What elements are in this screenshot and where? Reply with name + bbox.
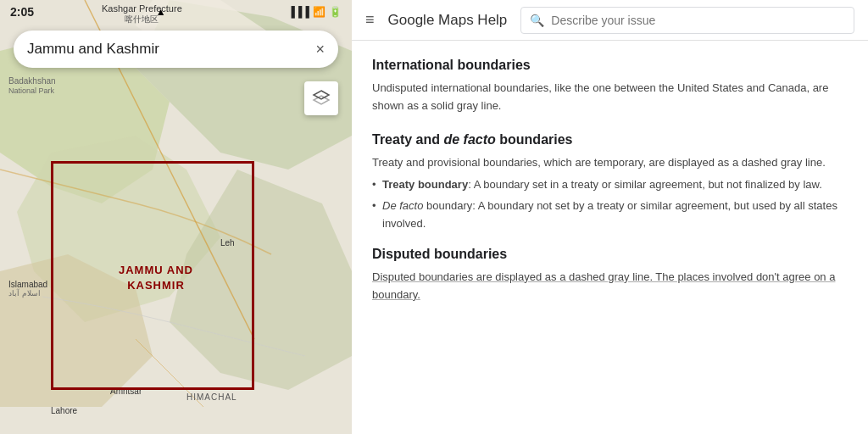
battery-icon: 🔋: [329, 6, 342, 18]
status-nav-icon: ▲: [156, 6, 166, 18]
treaty-bullet-item: Treaty boundary: A boundary set in a tre…: [372, 176, 848, 194]
treaty-boundaries-body: Treaty and provisional boundaries, which…: [372, 154, 848, 172]
close-button[interactable]: ×: [315, 41, 325, 58]
himachal-label: HIMACHAL: [186, 392, 237, 402]
layer-button[interactable]: [304, 81, 338, 115]
disputed-boundaries-title: Disputed boundaries: [372, 247, 848, 262]
search-icon: 🔍: [530, 14, 544, 27]
phone-mockup: 2:05 ▲ ▐▐▐ 📶 🔋 Kashgar Prefecture 喀什地区 J…: [0, 0, 352, 434]
treaty-boundaries-title: Treaty and de facto boundaries: [372, 132, 848, 147]
svg-marker-7: [314, 91, 329, 99]
lahore-label: Lahore: [51, 405, 77, 415]
disputed-boundaries-body: Disputed boundaries are displayed as a d…: [372, 269, 848, 304]
badakhshan-label: Badakhshan National Park: [8, 76, 56, 95]
defacto-italic-title: de facto: [443, 132, 495, 147]
international-boundaries-body: Undisputed international boundaries, lik…: [372, 80, 848, 115]
search-bar: Jammu and Kashmir ×: [14, 31, 338, 68]
signal-icon: ▐▐▐: [287, 6, 309, 18]
help-search-input[interactable]: [551, 14, 845, 27]
treaty-bullet-list: Treaty boundary: A boundary set in a tre…: [372, 176, 848, 232]
status-icons: ▐▐▐ 📶 🔋: [287, 6, 342, 18]
wifi-icon: 📶: [313, 6, 326, 18]
defacto-italic-bullet: De facto: [382, 199, 423, 212]
defacto-bullet-item: De facto boundary: A boundary not set by…: [372, 198, 848, 233]
help-panel-title: Google Maps Help: [388, 12, 508, 29]
help-content: International boundaries Undisputed inte…: [352, 41, 868, 434]
status-bar: 2:05 ▲ ▐▐▐ 📶 🔋: [0, 0, 352, 24]
section-disputed: Disputed boundaries Disputed boundaries …: [372, 247, 848, 304]
section-international: International boundaries Undisputed inte…: [372, 58, 848, 115]
international-boundaries-title: International boundaries: [372, 58, 848, 73]
help-search-field[interactable]: 🔍: [520, 7, 854, 34]
section-treaty: Treaty and de facto boundaries Treaty an…: [372, 132, 848, 233]
kashmir-region-box: [51, 161, 254, 390]
islamabad-label: Islamabad اسلام آباد: [8, 280, 47, 298]
status-time: 2:05: [10, 5, 34, 19]
treaty-bold: Treaty boundary: [382, 178, 468, 191]
help-panel: ≡ Google Maps Help 🔍 International bound…: [352, 0, 868, 434]
search-query-text: Jammu and Kashmir: [27, 41, 159, 58]
layers-icon: [312, 89, 331, 108]
svg-marker-8: [314, 96, 329, 104]
hamburger-menu-icon[interactable]: ≡: [365, 11, 375, 29]
help-header: ≡ Google Maps Help 🔍: [352, 0, 868, 41]
